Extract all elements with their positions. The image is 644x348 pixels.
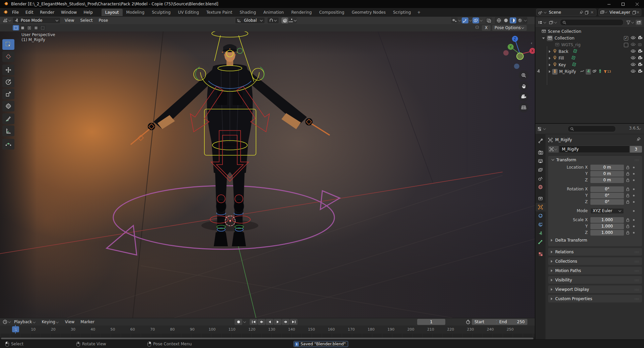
- animate-decorator[interactable]: [633, 232, 635, 234]
- outliner-row-back[interactable]: Back: [535, 48, 644, 55]
- panel-drag-handle[interactable]: [635, 158, 639, 162]
- sidebar-collapse-icon[interactable]: ‹: [531, 41, 532, 46]
- ortho-grid-button[interactable]: [519, 102, 529, 112]
- tool-annotate[interactable]: [2, 113, 14, 124]
- hide-eye-icon[interactable]: [631, 56, 636, 61]
- panel-visibility[interactable]: Visibility: [548, 276, 642, 284]
- hide-eye-icon[interactable]: [631, 69, 636, 74]
- tool-rotate[interactable]: [2, 77, 14, 87]
- minimize-button[interactable]: [602, 0, 616, 8]
- next-keyframe-button[interactable]: [282, 319, 289, 325]
- lock-icon[interactable]: [624, 231, 631, 235]
- scale-y-field[interactable]: 1.000: [590, 224, 624, 229]
- panel-relations[interactable]: Relations: [548, 248, 642, 256]
- outliner-row-key[interactable]: Key: [535, 62, 644, 68]
- rotation-y-field[interactable]: 0°: [590, 193, 624, 198]
- outliner-row-collection[interactable]: Collection ✓: [535, 35, 644, 41]
- workspace-tab-scripting[interactable]: Scripting: [389, 9, 414, 16]
- tab-bone[interactable]: [535, 238, 545, 246]
- proportional-editing-toggle[interactable]: [281, 17, 288, 23]
- jump-to-end-button[interactable]: [290, 319, 298, 325]
- tab-constraints[interactable]: [535, 211, 545, 220]
- properties-editor-type[interactable]: [537, 127, 546, 131]
- animate-decorator[interactable]: [633, 201, 635, 203]
- tab-world[interactable]: [535, 183, 545, 191]
- menu-file[interactable]: File: [9, 9, 22, 16]
- scene-name[interactable]: Scene: [547, 10, 579, 15]
- rotation-z-field[interactable]: 0°: [590, 199, 624, 205]
- select-lasso-mode[interactable]: [33, 25, 39, 30]
- menu-window[interactable]: Window: [58, 9, 80, 16]
- viewlayer-selector[interactable]: ViewLayer ✕: [598, 9, 641, 16]
- tab-tool[interactable]: [535, 137, 545, 145]
- mode-selector[interactable]: Pose Mode: [12, 17, 61, 24]
- prev-keyframe-button[interactable]: [258, 319, 265, 325]
- delta-transform-subpanel[interactable]: Delta Transform: [548, 237, 640, 244]
- overlays-toggle[interactable]: [472, 17, 479, 23]
- tab-render[interactable]: [535, 148, 545, 157]
- workspace-tab-shading[interactable]: Shading: [236, 9, 260, 16]
- viewport-menu-view[interactable]: View: [62, 17, 77, 24]
- pose-options-dropdown[interactable]: Pose Options: [492, 25, 527, 31]
- zoom-button[interactable]: [519, 70, 529, 80]
- add-workspace-button[interactable]: +: [414, 9, 423, 16]
- outliner-row-scene-collection[interactable]: Scene Collection: [535, 28, 644, 35]
- tab-texture[interactable]: [535, 250, 545, 258]
- disable-render-camera-icon[interactable]: [638, 36, 643, 40]
- pin-icon[interactable]: [579, 10, 584, 15]
- transform-orientation[interactable]: Global: [235, 17, 265, 24]
- viewlayer-name[interactable]: ViewLayer: [607, 10, 632, 15]
- location-y-field[interactable]: 0 m: [590, 171, 624, 177]
- panel-custom-properties[interactable]: Custom Properties: [548, 295, 642, 302]
- hide-eye-icon[interactable]: [631, 63, 636, 67]
- tab-output[interactable]: [535, 157, 545, 165]
- shading-solid-button[interactable]: [503, 17, 509, 23]
- animate-decorator[interactable]: [633, 219, 635, 221]
- auto-keying-toggle[interactable]: [235, 319, 242, 325]
- workspace-tab-modeling[interactable]: Modeling: [123, 9, 148, 16]
- workspace-tab-geometry-nodes[interactable]: Geometry Nodes: [348, 9, 389, 16]
- outliner-editor-type[interactable]: [538, 20, 546, 25]
- timeline-menu-keying[interactable]: Keying: [39, 319, 62, 325]
- workspace-tab-rendering[interactable]: Rendering: [287, 9, 315, 16]
- expand-arrow-icon[interactable]: [549, 50, 551, 53]
- workspace-tab-texture-paint[interactable]: Texture Paint: [203, 9, 236, 16]
- scale-z-field[interactable]: 1.000: [590, 230, 624, 236]
- panel-collections[interactable]: Collections: [548, 257, 642, 265]
- shading-wireframe-button[interactable]: [496, 17, 502, 23]
- timeline-menu-playback[interactable]: Playback: [11, 319, 39, 325]
- editor-type-selector[interactable]: [3, 18, 11, 23]
- outliner-filter-dropdown[interactable]: [626, 20, 634, 24]
- viewport-menu-pose[interactable]: Pose: [96, 17, 111, 24]
- play-reverse-button[interactable]: [266, 319, 273, 325]
- expand-arrow-icon[interactable]: [549, 57, 551, 60]
- current-frame-field[interactable]: 1: [417, 319, 445, 325]
- hide-eye-icon[interactable]: [631, 49, 636, 54]
- timeline-ruler[interactable]: 1 10203040506070809010011012013014015016…: [0, 326, 535, 334]
- panel-drag-handle[interactable]: [635, 287, 639, 292]
- lock-icon[interactable]: [624, 224, 631, 228]
- tab-collection[interactable]: [535, 194, 545, 203]
- menu-render[interactable]: Render: [37, 9, 58, 16]
- animate-decorator[interactable]: [633, 173, 635, 175]
- unlink-scene-icon[interactable]: ✕: [589, 10, 595, 15]
- lock-icon[interactable]: [624, 187, 631, 191]
- tab-object[interactable]: [535, 203, 545, 211]
- disable-render-camera-icon[interactable]: [638, 63, 643, 67]
- rotation-x-field[interactable]: 0°: [590, 186, 624, 192]
- navigation-gizmo[interactable]: Z Y X: [503, 34, 535, 69]
- proportional-falloff-dropdown[interactable]: [288, 17, 297, 23]
- workspace-tab-animation[interactable]: Animation: [260, 9, 287, 16]
- timeline-tracks[interactable]: [0, 334, 535, 337]
- jump-to-start-button[interactable]: [250, 319, 257, 325]
- mirror-bone-icon[interactable]: [474, 25, 480, 30]
- play-button[interactable]: [274, 319, 281, 325]
- outliner-display-mode[interactable]: [549, 20, 557, 25]
- close-button[interactable]: [630, 0, 644, 8]
- tab-object-data[interactable]: [535, 229, 545, 238]
- expand-arrow-icon[interactable]: [542, 37, 545, 39]
- pin-icon[interactable]: [636, 137, 641, 143]
- viewport-menu-select[interactable]: Select: [77, 17, 95, 24]
- tool-measure[interactable]: [2, 125, 14, 136]
- animate-decorator[interactable]: [633, 195, 635, 196]
